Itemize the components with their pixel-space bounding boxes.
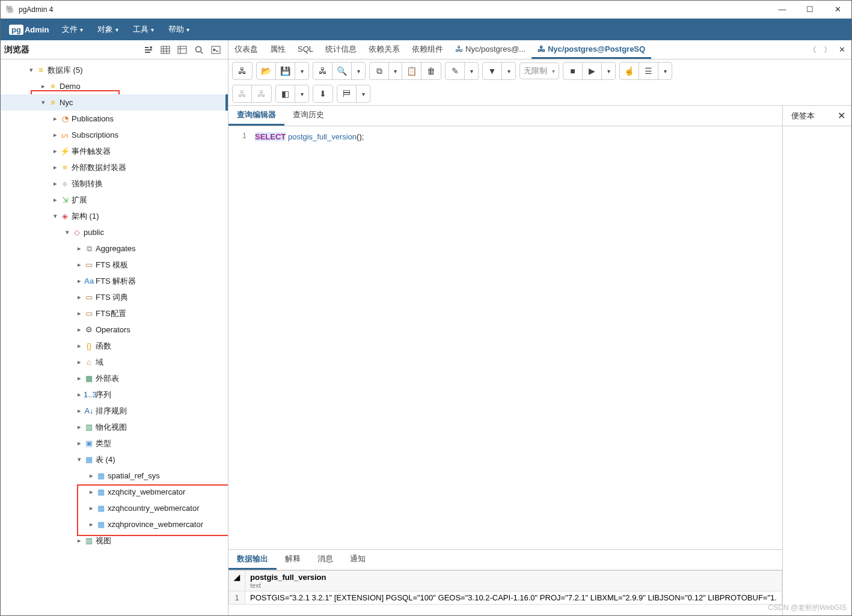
column-header[interactable]: postgis_full_versiontext xyxy=(245,571,782,591)
tab-dependents[interactable]: 依赖组件 xyxy=(406,40,449,59)
cell-value[interactable]: POSTGIS="3.2.1 3.2.1" [EXTENSION] PGSQL=… xyxy=(245,591,782,605)
tab-scroll-right-icon[interactable]: 〉 xyxy=(821,43,834,56)
explain-analyze-icon[interactable]: ☰ xyxy=(639,63,658,79)
grid-corner[interactable]: ◢ xyxy=(229,571,245,591)
macros-dropdown-icon[interactable]: ▾ xyxy=(357,85,370,102)
download-icon[interactable]: ⬇ xyxy=(313,85,333,102)
limit-select[interactable]: 无限制▾ xyxy=(519,63,559,79)
macros-icon[interactable]: ⛿ xyxy=(337,85,357,102)
tab-connection-1[interactable]: 🖧Nyc/postgres@... xyxy=(449,40,532,59)
menu-object[interactable]: 对象▾ xyxy=(90,19,126,40)
tab-explain[interactable]: 解释 xyxy=(277,550,309,570)
maximize-button[interactable]: ☐ xyxy=(796,1,824,19)
filter-rows-icon[interactable] xyxy=(174,42,191,58)
save-icon[interactable]: 💾 xyxy=(276,63,295,79)
tab-scroll-left-icon[interactable]: 〈 xyxy=(806,43,819,56)
row-number[interactable]: 1 xyxy=(229,591,245,605)
tab-notifications[interactable]: 通知 xyxy=(342,550,374,570)
edit-dropdown-icon[interactable]: ▾ xyxy=(465,63,478,79)
tree-fts-config[interactable]: ▸▭FTS配置 xyxy=(1,305,228,322)
object-tree[interactable]: ▾≡数据库 (5) ▸≡Demo ▾≡Nyc ▸◔Publications ▸ᔕ… xyxy=(1,59,228,615)
tree-collations[interactable]: ▸A↓排序规则 xyxy=(1,403,228,419)
tree-foreign-wrappers[interactable]: ▸≡外部数据封装器 xyxy=(1,159,228,175)
sql-text[interactable]: SELECT postgis_full_version(); xyxy=(253,126,782,549)
tab-sql[interactable]: SQL xyxy=(292,40,319,59)
tree-publications[interactable]: ▸◔Publications xyxy=(1,111,228,127)
tree-mat-views[interactable]: ▸▥物化视图 xyxy=(1,419,228,435)
tree-table-item[interactable]: ▸▦xzqhcountry_webmercator xyxy=(1,500,228,516)
close-button[interactable]: ✕ xyxy=(824,1,851,19)
tab-query-history[interactable]: 查询历史 xyxy=(284,106,333,126)
edit-data-icon[interactable]: 🖧 xyxy=(313,63,333,79)
clear-dropdown-icon[interactable]: ▾ xyxy=(295,85,308,102)
results-tabs: 数据输出 解释 消息 通知 xyxy=(228,550,782,570)
tree-aggregates[interactable]: ▸⧉Aggregates xyxy=(1,240,228,257)
tab-properties[interactable]: 属性 xyxy=(264,40,292,59)
execute-dropdown-icon[interactable]: ▾ xyxy=(602,63,615,79)
tab-messages[interactable]: 消息 xyxy=(309,550,342,570)
tree-fts-parsers[interactable]: ▸AaFTS 解析器 xyxy=(1,273,228,289)
explain-icon[interactable]: ☝ xyxy=(620,63,639,79)
tree-extensions[interactable]: ▸⇲扩展 xyxy=(1,192,228,208)
find-icon[interactable]: 🔍 xyxy=(333,63,352,79)
tree-table-item[interactable]: ▸▦spatial_ref_sys xyxy=(1,468,228,484)
commit-icon[interactable]: 🖧 xyxy=(233,85,252,102)
rollback-icon[interactable]: 🖧 xyxy=(252,85,271,102)
stop-icon[interactable]: ■ xyxy=(563,63,583,79)
tree-foreign-tables[interactable]: ▸▦外部表 xyxy=(1,370,228,386)
scratchpad-body[interactable] xyxy=(783,126,851,615)
menu-tools[interactable]: 工具▾ xyxy=(126,19,161,40)
tree-event-triggers[interactable]: ▸⚡事件触发器 xyxy=(1,143,228,159)
scratchpad-close-icon[interactable]: ✕ xyxy=(832,106,851,126)
minimize-button[interactable]: — xyxy=(768,1,796,19)
tree-schema-public[interactable]: ▾◇public xyxy=(1,224,228,240)
tree-casts[interactable]: ▸⟐强制转换 xyxy=(1,175,228,192)
sql-editor[interactable]: 1 SELECT postgis_full_version(); xyxy=(228,126,782,549)
tree-fts-templates[interactable]: ▸▭FTS 模板 xyxy=(1,257,228,273)
tree-domains[interactable]: ▸⌂域 xyxy=(1,354,228,370)
clear-icon[interactable]: ◧ xyxy=(276,85,295,102)
tree-subscriptions[interactable]: ▸ᔕSubscriptions xyxy=(1,127,228,143)
copy-icon[interactable]: ⧉ xyxy=(370,63,389,79)
tab-statistics[interactable]: 统计信息 xyxy=(319,40,363,59)
tab-close-icon[interactable]: ✕ xyxy=(836,44,848,55)
psql-icon[interactable] xyxy=(207,42,224,58)
menu-help[interactable]: 帮助▾ xyxy=(161,19,197,40)
query-tool-icon[interactable] xyxy=(140,42,157,58)
tree-functions[interactable]: ▸{}函数 xyxy=(1,338,228,354)
tree-types[interactable]: ▸▣类型 xyxy=(1,435,228,451)
tab-data-output[interactable]: 数据输出 xyxy=(228,550,277,570)
tree-sequences[interactable]: ▸1..3序列 xyxy=(1,386,228,403)
execute-icon[interactable]: ▶ xyxy=(583,63,602,79)
tree-operators[interactable]: ▸⚙Operators xyxy=(1,322,228,338)
find-dropdown-icon[interactable]: ▾ xyxy=(352,63,365,79)
open-file-icon[interactable]: 📂 xyxy=(257,63,276,79)
filter-icon[interactable]: ▼ xyxy=(483,63,502,79)
tree-fts-dictionaries[interactable]: ▸▭FTS 词典 xyxy=(1,289,228,305)
delete-icon[interactable]: 🗑 xyxy=(421,63,441,79)
view-data-icon[interactable] xyxy=(157,42,174,58)
connection-icon: 🖧 xyxy=(455,44,463,53)
paste-icon[interactable]: 📋 xyxy=(402,63,421,79)
edit-icon[interactable]: ✎ xyxy=(446,63,465,79)
search-icon[interactable] xyxy=(191,42,207,58)
connection-button[interactable]: 🖧 xyxy=(233,63,252,79)
copy-dropdown-icon[interactable]: ▾ xyxy=(389,63,402,79)
tab-dashboard[interactable]: 仪表盘 xyxy=(228,40,264,59)
tree-table-item[interactable]: ▸▦xzqhprovince_webmercator xyxy=(1,516,228,532)
menu-file[interactable]: 文件▾ xyxy=(55,19,90,40)
explain-dropdown-icon[interactable]: ▾ xyxy=(658,63,672,79)
tab-dependencies[interactable]: 依赖关系 xyxy=(363,40,406,59)
tree-schemas[interactable]: ▾◈架构 (1) xyxy=(1,208,228,224)
tab-connection-2[interactable]: 🖧Nyc/postgres@PostgreSQ xyxy=(532,40,651,59)
tree-databases[interactable]: ▾≡数据库 (5) xyxy=(1,62,228,78)
tree-db-nyc[interactable]: ▾≡Nyc xyxy=(1,94,228,111)
filter-dropdown-icon[interactable]: ▾ xyxy=(502,63,515,79)
tree-views[interactable]: ▸▥视图 xyxy=(1,532,228,549)
tree-table-item[interactable]: ▸▦xzqhcity_webmercator xyxy=(1,484,228,500)
tree-tables[interactable]: ▾▦表 (4) xyxy=(1,451,228,468)
tree-db-demo[interactable]: ▸≡Demo xyxy=(1,78,228,94)
save-dropdown-icon[interactable]: ▾ xyxy=(295,63,308,79)
results-grid[interactable]: ◢postgis_full_versiontext 1POSTGIS="3.2.… xyxy=(228,570,782,615)
tab-query-editor[interactable]: 查询编辑器 xyxy=(228,106,284,126)
